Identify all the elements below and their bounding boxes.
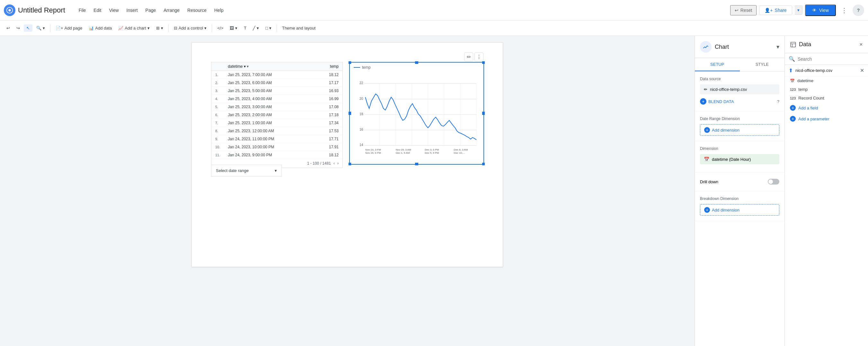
shape-button[interactable]: □ ▾ <box>263 24 274 32</box>
numeric-field-icon-record: 123 <box>790 96 796 100</box>
add-parameter-button[interactable]: + Add a parameter <box>785 113 868 124</box>
menu-arrange[interactable]: Arrange <box>160 6 183 14</box>
line-chevron: ▾ <box>257 26 259 31</box>
table-col-num <box>211 62 224 71</box>
line-button[interactable]: ╱ ▾ <box>250 24 261 32</box>
svg-point-1 <box>8 9 10 11</box>
resize-handle-br[interactable] <box>482 163 485 165</box>
drill-down-toggle[interactable] <box>768 179 779 184</box>
reset-button[interactable]: ↩ Reset <box>730 5 757 15</box>
menu-help[interactable]: Help <box>211 6 227 14</box>
data-source-close-button[interactable]: ✕ <box>860 67 864 73</box>
field-row-temp: 123 temp <box>785 85 868 94</box>
menu-file[interactable]: File <box>75 6 89 14</box>
data-source-row: ⬆ nicd-office-temp.csv ✕ <box>785 65 868 76</box>
code-button[interactable]: </> <box>215 24 226 32</box>
toolbar-separator-3 <box>212 24 212 32</box>
row-temp: 17.08 <box>313 103 342 111</box>
chart-panel-tabs: SETUP STYLE <box>695 58 784 72</box>
chart-edit-button[interactable]: ✏ <box>464 52 473 61</box>
undo-button[interactable]: ↩ <box>4 24 12 32</box>
date-range-dropdown[interactable]: Select date range ▾ <box>211 165 282 176</box>
view-button[interactable]: 👁 View <box>805 4 836 16</box>
chart-panel-expand[interactable]: ▾ <box>776 43 779 50</box>
image-button[interactable]: 🖼 ▾ <box>227 24 240 32</box>
table-col-datetime[interactable]: datetime ▾ <box>224 62 313 71</box>
resize-handle-tl[interactable] <box>348 61 351 64</box>
toolbar-separator-4 <box>277 24 277 32</box>
menu-page[interactable]: Page <box>142 6 159 14</box>
dimension-chip-label: datetime (Date Hour) <box>712 157 751 162</box>
search-input[interactable] <box>798 57 864 62</box>
code-icon: </> <box>217 26 223 31</box>
blend-data-button[interactable]: + BLEND DATA ? <box>700 97 779 106</box>
table-row: 10. Jan 24, 2023, 10:00:00 PM 17.91 <box>211 143 342 151</box>
more-options-button[interactable]: ⋮ <box>838 4 850 16</box>
add-chart-chevron: ▾ <box>148 26 150 31</box>
theme-button[interactable]: Theme and layout <box>279 24 318 32</box>
help-button[interactable]: ? <box>852 4 864 16</box>
add-chart-button[interactable]: 📈 Add a chart ▾ <box>116 24 152 32</box>
undo-icon: ↩ <box>6 26 10 31</box>
row-datetime: Jan 25, 2023, 12:00:00 AM <box>224 127 313 135</box>
drill-down-label: Drill down <box>700 179 718 184</box>
menu-view[interactable]: View <box>106 6 122 14</box>
menu-insert[interactable]: Insert <box>123 6 141 14</box>
dimension-chip[interactable]: 📅 datetime (Date Hour) <box>700 154 779 164</box>
row-num: 9. <box>211 135 224 143</box>
svg-text:Nov 29, 3 AM: Nov 29, 3 AM <box>396 148 411 151</box>
zoom-button[interactable]: 🔍 ▾ <box>34 24 48 32</box>
breakdown-label: Breakdown Dimension <box>700 197 779 201</box>
resize-handle-bl[interactable] <box>348 163 351 165</box>
text-button[interactable]: T <box>241 24 249 32</box>
pagination-prev[interactable]: ‹ <box>334 161 335 166</box>
table-row: 5. Jan 25, 2023, 3:00:00 AM 17.08 <box>211 103 342 111</box>
tab-setup[interactable]: SETUP <box>695 58 740 71</box>
table-row: 1. Jan 25, 2023, 7:00:00 AM 18.12 <box>211 71 342 79</box>
data-panel-close-button[interactable]: ✕ <box>859 42 863 47</box>
select-tool-button[interactable]: ↖ <box>24 24 32 32</box>
resize-handle-bottom[interactable] <box>415 163 418 165</box>
app-logo <box>4 4 16 16</box>
resize-handle-right[interactable] <box>482 112 485 115</box>
chart-widget[interactable]: ✏ ⋮ temp 22 20 18 16 <box>349 62 484 165</box>
add-date-range-dimension-button[interactable]: + Add dimension <box>700 124 779 136</box>
add-data-button[interactable]: 📊 Add data <box>86 24 114 32</box>
data-source-name: nicd-office-temp.csv <box>710 87 747 92</box>
resize-handle-left[interactable] <box>348 112 351 115</box>
add-field-button[interactable]: + Add a field <box>785 102 868 113</box>
svg-text:Dec 1, 9 AM: Dec 1, 9 AM <box>396 151 410 154</box>
add-parameter-icon: + <box>790 116 796 122</box>
menu-resource[interactable]: Resource <box>184 6 210 14</box>
row-num: 4. <box>211 95 224 103</box>
row-datetime: Jan 25, 2023, 3:00:00 AM <box>224 103 313 111</box>
image-chevron: ▾ <box>235 26 238 31</box>
search-icon: 🔍 <box>789 56 795 62</box>
add-page-button[interactable]: 📄+ Add page <box>53 24 85 32</box>
svg-text:18: 18 <box>360 112 363 116</box>
svg-text:20: 20 <box>360 97 363 100</box>
row-num: 11. <box>211 151 224 159</box>
menu-edit[interactable]: Edit <box>90 6 104 14</box>
chevron-down-icon: ▾ <box>797 8 800 12</box>
share-button[interactable]: 👤+ Share <box>759 5 792 15</box>
resize-handle-top[interactable] <box>415 61 418 64</box>
community-button[interactable]: ⊞ ▾ <box>154 24 166 32</box>
redo-button[interactable]: ↪ <box>14 24 23 32</box>
resize-handle-tr[interactable] <box>482 61 485 64</box>
top-bar-actions: ↩ Reset 👤+ Share ▾ 👁 View ⋮ ? <box>730 4 864 16</box>
pagination-next[interactable]: › <box>337 161 339 166</box>
row-datetime: Jan 25, 2023, 7:00:00 AM <box>224 71 313 79</box>
text-icon: T <box>244 26 246 31</box>
share-dropdown-button[interactable]: ▾ <box>795 5 803 15</box>
add-control-button[interactable]: ⊟ Add a control ▾ <box>171 24 210 32</box>
zoom-icon: 🔍 <box>36 26 41 31</box>
date-range-chevron: ▾ <box>275 168 277 173</box>
data-source-chip[interactable]: ✏ nicd-office-temp.csv <box>700 84 779 94</box>
blend-help-icon[interactable]: ? <box>777 99 779 104</box>
chart-legend: temp <box>354 65 479 70</box>
table-row: 3. Jan 25, 2023, 5:00:00 AM 16.93 <box>211 87 342 95</box>
tab-style[interactable]: STYLE <box>740 58 785 71</box>
add-breakdown-button[interactable]: + Add dimension <box>700 204 779 216</box>
chart-more-button[interactable]: ⋮ <box>474 52 484 61</box>
